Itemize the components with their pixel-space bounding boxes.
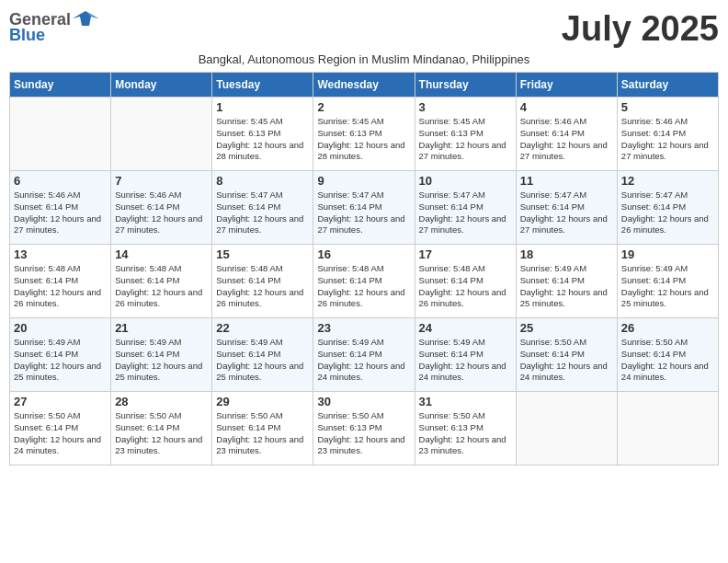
day-number: 11	[520, 174, 613, 188]
day-number: 5	[621, 100, 714, 114]
day-info: Sunrise: 5:46 AM Sunset: 6:14 PM Dayligh…	[520, 116, 613, 163]
calendar-body: 1Sunrise: 5:45 AM Sunset: 6:13 PM Daylig…	[10, 98, 719, 465]
day-number: 23	[317, 321, 410, 335]
day-info: Sunrise: 5:45 AM Sunset: 6:13 PM Dayligh…	[216, 116, 309, 163]
day-number: 13	[14, 247, 107, 261]
logo-bird-icon	[73, 9, 98, 29]
day-number: 1	[216, 100, 309, 114]
calendar-cell: 4Sunrise: 5:46 AM Sunset: 6:14 PM Daylig…	[516, 98, 617, 171]
day-number: 31	[419, 395, 512, 408]
day-number: 17	[419, 247, 512, 261]
day-number: 14	[115, 247, 208, 261]
calendar-week-2: 6Sunrise: 5:46 AM Sunset: 6:14 PM Daylig…	[10, 171, 719, 245]
calendar-cell: 13Sunrise: 5:48 AM Sunset: 6:14 PM Dayli…	[10, 245, 111, 318]
calendar-cell: 11Sunrise: 5:47 AM Sunset: 6:14 PM Dayli…	[516, 171, 617, 245]
calendar-cell: 8Sunrise: 5:47 AM Sunset: 6:14 PM Daylig…	[212, 171, 313, 245]
day-number: 3	[419, 100, 512, 114]
calendar-cell: 1Sunrise: 5:45 AM Sunset: 6:13 PM Daylig…	[212, 98, 313, 171]
day-info: Sunrise: 5:47 AM Sunset: 6:14 PM Dayligh…	[216, 190, 309, 236]
day-info: Sunrise: 5:49 AM Sunset: 6:14 PM Dayligh…	[216, 337, 309, 384]
day-number: 19	[621, 247, 714, 261]
column-header-thursday: Thursday	[415, 73, 516, 98]
calendar-cell: 27Sunrise: 5:50 AM Sunset: 6:14 PM Dayli…	[10, 392, 111, 465]
day-info: Sunrise: 5:47 AM Sunset: 6:14 PM Dayligh…	[520, 190, 613, 236]
day-number: 25	[520, 321, 613, 335]
day-info: Sunrise: 5:50 AM Sunset: 6:13 PM Dayligh…	[419, 410, 512, 457]
calendar-cell: 30Sunrise: 5:50 AM Sunset: 6:13 PM Dayli…	[313, 392, 415, 465]
calendar-cell: 25Sunrise: 5:50 AM Sunset: 6:14 PM Dayli…	[516, 318, 617, 392]
day-number: 29	[216, 395, 309, 408]
calendar-cell: 23Sunrise: 5:49 AM Sunset: 6:14 PM Dayli…	[313, 318, 415, 392]
day-info: Sunrise: 5:50 AM Sunset: 6:14 PM Dayligh…	[14, 410, 107, 457]
day-info: Sunrise: 5:49 AM Sunset: 6:14 PM Dayligh…	[520, 263, 613, 310]
day-number: 28	[115, 395, 208, 408]
calendar-cell: 22Sunrise: 5:49 AM Sunset: 6:14 PM Dayli…	[212, 318, 313, 392]
day-info: Sunrise: 5:47 AM Sunset: 6:14 PM Dayligh…	[419, 190, 512, 236]
calendar-cell	[617, 392, 718, 465]
day-info: Sunrise: 5:50 AM Sunset: 6:14 PM Dayligh…	[520, 337, 613, 384]
day-number: 16	[317, 247, 410, 261]
column-header-friday: Friday	[516, 73, 617, 98]
day-info: Sunrise: 5:45 AM Sunset: 6:13 PM Dayligh…	[419, 116, 512, 163]
day-info: Sunrise: 5:49 AM Sunset: 6:14 PM Dayligh…	[317, 337, 410, 384]
day-number: 30	[317, 395, 410, 408]
day-number: 20	[14, 321, 107, 335]
calendar-cell: 16Sunrise: 5:48 AM Sunset: 6:14 PM Dayli…	[313, 245, 415, 318]
calendar-cell: 10Sunrise: 5:47 AM Sunset: 6:14 PM Dayli…	[415, 171, 516, 245]
calendar-subtitle: Bangkal, Autonomous Region in Muslim Min…	[9, 52, 719, 66]
day-info: Sunrise: 5:50 AM Sunset: 6:14 PM Dayligh…	[216, 410, 309, 457]
calendar-cell: 29Sunrise: 5:50 AM Sunset: 6:14 PM Dayli…	[212, 392, 313, 465]
day-info: Sunrise: 5:49 AM Sunset: 6:14 PM Dayligh…	[14, 337, 107, 384]
calendar-cell: 12Sunrise: 5:47 AM Sunset: 6:14 PM Dayli…	[617, 171, 718, 245]
calendar-cell: 28Sunrise: 5:50 AM Sunset: 6:14 PM Dayli…	[111, 392, 212, 465]
calendar-cell	[10, 98, 111, 171]
day-info: Sunrise: 5:48 AM Sunset: 6:14 PM Dayligh…	[115, 263, 208, 310]
day-number: 24	[419, 321, 512, 335]
calendar-cell: 9Sunrise: 5:47 AM Sunset: 6:14 PM Daylig…	[313, 171, 415, 245]
calendar-cell	[516, 392, 617, 465]
column-header-sunday: Sunday	[10, 73, 111, 98]
calendar-cell: 14Sunrise: 5:48 AM Sunset: 6:14 PM Dayli…	[111, 245, 212, 318]
day-number: 10	[419, 174, 512, 188]
logo-blue-text: Blue	[9, 26, 45, 45]
day-info: Sunrise: 5:46 AM Sunset: 6:14 PM Dayligh…	[115, 190, 208, 236]
calendar-cell: 18Sunrise: 5:49 AM Sunset: 6:14 PM Dayli…	[516, 245, 617, 318]
day-info: Sunrise: 5:47 AM Sunset: 6:14 PM Dayligh…	[621, 190, 714, 236]
day-info: Sunrise: 5:48 AM Sunset: 6:14 PM Dayligh…	[14, 263, 107, 310]
column-header-wednesday: Wednesday	[313, 73, 415, 98]
svg-marker-0	[73, 11, 98, 26]
calendar-cell: 3Sunrise: 5:45 AM Sunset: 6:13 PM Daylig…	[415, 98, 516, 171]
day-info: Sunrise: 5:46 AM Sunset: 6:14 PM Dayligh…	[14, 190, 107, 236]
calendar-week-5: 27Sunrise: 5:50 AM Sunset: 6:14 PM Dayli…	[10, 392, 719, 465]
day-number: 2	[317, 100, 410, 114]
calendar-cell: 7Sunrise: 5:46 AM Sunset: 6:14 PM Daylig…	[111, 171, 212, 245]
calendar-cell: 24Sunrise: 5:49 AM Sunset: 6:14 PM Dayli…	[415, 318, 516, 392]
day-info: Sunrise: 5:48 AM Sunset: 6:14 PM Dayligh…	[419, 263, 512, 310]
calendar-cell: 20Sunrise: 5:49 AM Sunset: 6:14 PM Dayli…	[10, 318, 111, 392]
column-header-tuesday: Tuesday	[212, 73, 313, 98]
column-header-monday: Monday	[111, 73, 212, 98]
day-info: Sunrise: 5:49 AM Sunset: 6:14 PM Dayligh…	[115, 337, 208, 384]
calendar-cell: 5Sunrise: 5:46 AM Sunset: 6:14 PM Daylig…	[617, 98, 718, 171]
day-info: Sunrise: 5:50 AM Sunset: 6:13 PM Dayligh…	[317, 410, 410, 457]
page-header: General Blue July 2025	[9, 9, 719, 49]
calendar-cell	[111, 98, 212, 171]
calendar-cell: 17Sunrise: 5:48 AM Sunset: 6:14 PM Dayli…	[415, 245, 516, 318]
calendar-week-3: 13Sunrise: 5:48 AM Sunset: 6:14 PM Dayli…	[10, 245, 719, 318]
calendar-cell: 19Sunrise: 5:49 AM Sunset: 6:14 PM Dayli…	[617, 245, 718, 318]
day-info: Sunrise: 5:49 AM Sunset: 6:14 PM Dayligh…	[621, 263, 714, 310]
day-number: 7	[115, 174, 208, 188]
day-info: Sunrise: 5:48 AM Sunset: 6:14 PM Dayligh…	[317, 263, 410, 310]
calendar-week-1: 1Sunrise: 5:45 AM Sunset: 6:13 PM Daylig…	[10, 98, 719, 171]
calendar-cell: 26Sunrise: 5:50 AM Sunset: 6:14 PM Dayli…	[617, 318, 718, 392]
day-number: 4	[520, 100, 613, 114]
day-info: Sunrise: 5:50 AM Sunset: 6:14 PM Dayligh…	[115, 410, 208, 457]
day-number: 21	[115, 321, 208, 335]
day-number: 9	[317, 174, 410, 188]
calendar-cell: 31Sunrise: 5:50 AM Sunset: 6:13 PM Dayli…	[415, 392, 516, 465]
day-number: 12	[621, 174, 714, 188]
day-number: 15	[216, 247, 309, 261]
day-number: 22	[216, 321, 309, 335]
day-info: Sunrise: 5:50 AM Sunset: 6:14 PM Dayligh…	[621, 337, 714, 384]
day-number: 6	[14, 174, 107, 188]
